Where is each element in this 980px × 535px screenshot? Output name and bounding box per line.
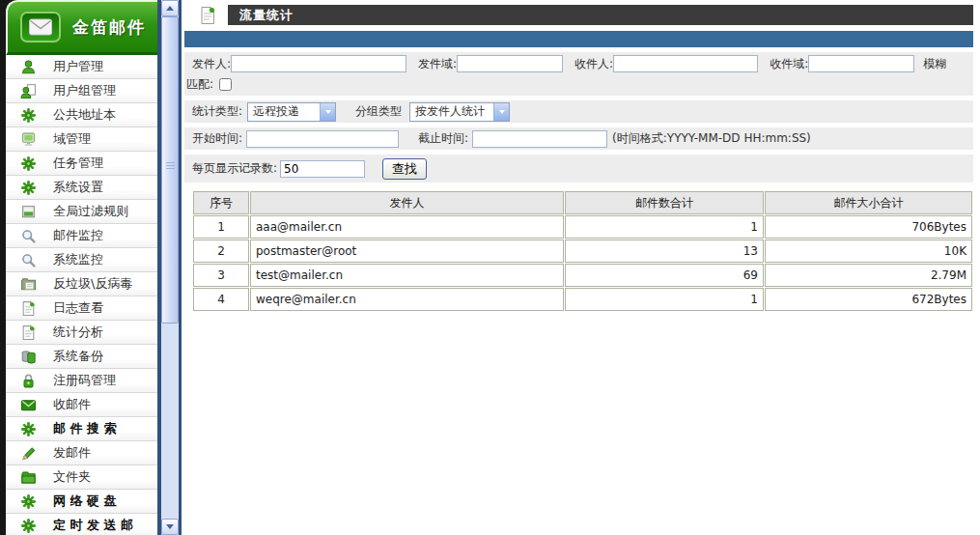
stat-type-value: 远程投递 bbox=[253, 103, 299, 120]
table-cell: 4 bbox=[193, 288, 249, 311]
table-row: 4weqre@mailer.cn1672Bytes bbox=[193, 288, 972, 311]
main-content: 流量统计 发件人: 发件域: 收件人: 收件域: 模糊 匹配: 统计类型: 远程… bbox=[182, 0, 980, 535]
scroll-down-button[interactable] bbox=[161, 519, 179, 535]
search-button[interactable]: 查找 bbox=[382, 158, 427, 180]
gear-icon bbox=[18, 517, 38, 534]
sidebar-item[interactable]: 发邮件 bbox=[6, 441, 157, 465]
scrollbar-thumb[interactable] bbox=[161, 16, 179, 324]
recipient-domain-input[interactable] bbox=[808, 55, 914, 72]
scrollbar-grip bbox=[166, 162, 175, 170]
page-size-input[interactable] bbox=[280, 160, 365, 178]
group-type-label: 分组类型 bbox=[355, 103, 402, 120]
sidebar-item[interactable]: 定 时 发 送 邮 bbox=[6, 514, 157, 535]
sidebar-item[interactable]: 公共地址本 bbox=[6, 103, 157, 127]
document-icon bbox=[198, 6, 217, 25]
table-cell: weqre@mailer.cn bbox=[250, 288, 564, 311]
sidebar-item[interactable]: 系统设置 bbox=[6, 176, 157, 200]
table-row: 2postmaster@root1310K bbox=[193, 239, 972, 263]
monitor-icon bbox=[18, 130, 38, 148]
blue-divider-bar bbox=[184, 31, 973, 47]
sidebar-item[interactable]: 文件夹 bbox=[6, 465, 157, 490]
sidebar-item[interactable]: 系统监控 bbox=[6, 248, 157, 272]
sidebar: 金笛邮件 用户管理用户组管理公共地址本域管理任务管理系统设置全局过滤规则邮件监控… bbox=[0, 0, 157, 535]
fuzzy-match-checkbox[interactable] bbox=[219, 78, 232, 91]
time-format-hint: (时间格式:YYYY-MM-DD HH:mm:SS) bbox=[612, 130, 811, 147]
chevron-down-icon[interactable] bbox=[493, 103, 509, 121]
database-icon bbox=[18, 348, 38, 365]
folder-icon bbox=[18, 468, 38, 486]
table-cell: 69 bbox=[565, 264, 764, 287]
table-header-row: 序号发件人邮件数合计邮件大小合计 bbox=[193, 191, 972, 214]
sender-domain-input[interactable] bbox=[457, 55, 563, 72]
sidebar-item[interactable]: 用户管理 bbox=[6, 55, 157, 79]
gear-icon bbox=[18, 420, 38, 437]
gear-icon bbox=[18, 106, 38, 124]
recipient-label: 收件人: bbox=[574, 56, 613, 72]
document-icon bbox=[18, 324, 38, 341]
sidebar-scrollbar[interactable] bbox=[161, 0, 179, 535]
sidebar-item[interactable]: 任务管理 bbox=[6, 152, 157, 176]
table-cell: 1 bbox=[565, 288, 764, 311]
sidebar-item-label: 网 络 硬 盘 bbox=[53, 493, 117, 510]
sidebar-item[interactable]: 域管理 bbox=[6, 127, 157, 152]
sidebar-item[interactable]: 邮件监控 bbox=[6, 224, 157, 248]
sidebar-item[interactable]: 用户组管理 bbox=[6, 79, 157, 103]
envelope-icon bbox=[18, 396, 38, 413]
table-cell: 1 bbox=[193, 215, 249, 239]
start-time-label: 开始时间: bbox=[192, 130, 242, 147]
sidebar-item-label: 系统监控 bbox=[53, 251, 103, 268]
sidebar-item[interactable]: 收邮件 bbox=[6, 393, 157, 417]
statistics-table: 序号发件人邮件数合计邮件大小合计 1aaa@mailer.cn1706Bytes… bbox=[192, 190, 973, 312]
page-size-label: 每页显示记录数: bbox=[192, 160, 277, 177]
table-row: 1aaa@mailer.cn1706Bytes bbox=[193, 215, 972, 239]
sidebar-item[interactable]: 注册码管理 bbox=[6, 369, 157, 393]
sidebar-item[interactable]: 反垃圾\反病毒 bbox=[6, 272, 157, 296]
sidebar-menu: 用户管理用户组管理公共地址本域管理任务管理系统设置全局过滤规则邮件监控系统监控反… bbox=[6, 55, 157, 535]
stat-type-label: 统计类型: bbox=[192, 103, 242, 120]
end-time-label: 截止时间: bbox=[418, 130, 468, 147]
sidebar-header: 金笛邮件 bbox=[6, 0, 157, 55]
recipient-input[interactable] bbox=[613, 55, 758, 72]
sidebar-item-label: 文件夹 bbox=[53, 468, 91, 486]
sidebar-item[interactable]: 日志查看 bbox=[6, 296, 157, 321]
sidebar-item-label: 统计分析 bbox=[53, 324, 103, 341]
end-time-input[interactable] bbox=[472, 130, 607, 148]
sidebar-item-label: 域管理 bbox=[53, 130, 91, 148]
table-cell: 1 bbox=[565, 215, 764, 239]
screen-icon bbox=[18, 203, 38, 220]
arrow-down-icon bbox=[166, 524, 174, 529]
scroll-up-button[interactable] bbox=[161, 0, 179, 16]
table-cell: postmaster@root bbox=[250, 239, 564, 263]
start-time-input[interactable] bbox=[246, 130, 399, 148]
folder-card-icon bbox=[18, 275, 38, 293]
app-title: 金笛邮件 bbox=[72, 16, 146, 39]
gear-icon bbox=[18, 493, 38, 510]
sidebar-item[interactable]: 系统备份 bbox=[6, 345, 157, 369]
group-type-select[interactable]: 按发件人统计 bbox=[409, 102, 510, 122]
sidebar-item[interactable]: 统计分析 bbox=[6, 321, 157, 345]
table-cell: 2 bbox=[193, 239, 249, 263]
filter-row-time: 开始时间: 截止时间: (时间格式:YYYY-MM-DD HH:mm:SS) bbox=[184, 127, 973, 150]
sidebar-item[interactable]: 网 络 硬 盘 bbox=[6, 490, 157, 514]
table-column-header: 发件人 bbox=[250, 191, 564, 214]
sidebar-item-label: 日志查看 bbox=[53, 299, 103, 317]
page-title: 流量统计 bbox=[228, 5, 973, 25]
sender-input[interactable] bbox=[231, 55, 406, 72]
group-type-value: 按发件人统计 bbox=[415, 103, 485, 120]
lock-icon bbox=[18, 372, 38, 389]
stat-type-select[interactable]: 远程投递 bbox=[247, 102, 336, 122]
sidebar-item[interactable]: 全局过滤规则 bbox=[6, 200, 157, 224]
sidebar-item-label: 全局过滤规则 bbox=[53, 203, 128, 220]
table-cell: 706Bytes bbox=[765, 215, 972, 239]
sidebar-item-label: 公共地址本 bbox=[53, 106, 116, 124]
table-cell: 13 bbox=[565, 239, 764, 263]
sidebar-item[interactable]: 邮 件 搜 索 bbox=[6, 417, 157, 441]
sidebar-item-label: 反垃圾\反病毒 bbox=[53, 275, 132, 293]
sidebar-item-label: 邮 件 搜 索 bbox=[53, 420, 117, 437]
sidebar-item-label: 收邮件 bbox=[53, 396, 91, 413]
recipient-domain-label: 收件域: bbox=[770, 56, 808, 72]
sender-domain-label: 发件域: bbox=[418, 56, 457, 72]
magnifier-icon bbox=[18, 251, 38, 268]
sender-label: 发件人: bbox=[192, 56, 231, 72]
chevron-down-icon[interactable] bbox=[320, 103, 335, 121]
